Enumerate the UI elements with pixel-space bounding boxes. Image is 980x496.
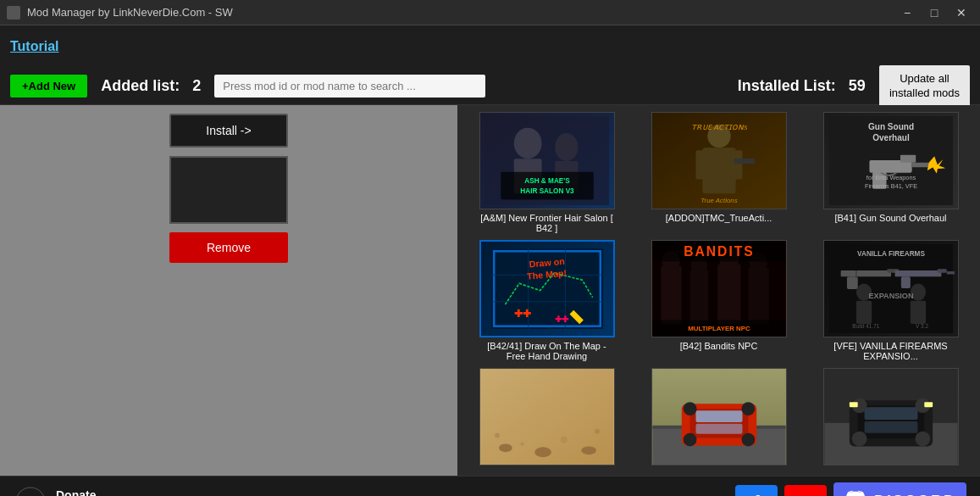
svg-rect-98 bbox=[849, 402, 857, 407]
title-bar-left: Mod Manager by LinkNeverDie.Com - SW bbox=[7, 6, 233, 20]
svg-rect-12 bbox=[730, 150, 742, 179]
svg-rect-20 bbox=[900, 155, 915, 163]
remove-button[interactable]: Remove bbox=[169, 232, 288, 263]
svg-point-84 bbox=[683, 402, 696, 415]
svg-text:for Brita Weapons: for Brita Weapons bbox=[866, 174, 916, 181]
svg-point-96 bbox=[851, 432, 866, 447]
donate-icon: $ bbox=[14, 485, 47, 497]
add-new-button[interactable]: +Add New bbox=[10, 75, 87, 98]
svg-rect-56 bbox=[846, 276, 857, 289]
svg-text:Overhaul: Overhaul bbox=[872, 133, 910, 142]
svg-text:ᴛʀᴜᴇ ᴀᴄᴛɪᴏɴs: ᴛʀᴜᴇ ᴀᴄᴛɪᴏɴs bbox=[690, 121, 747, 131]
svg-text:True Actions: True Actions bbox=[700, 197, 737, 204]
list-item[interactable] bbox=[808, 368, 973, 469]
youtube-button[interactable]: ▶ bbox=[784, 485, 827, 497]
title-bar: Mod Manager by LinkNeverDie.Com - SW − □… bbox=[0, 0, 980, 25]
svg-rect-99 bbox=[924, 402, 933, 407]
facebook-button[interactable]: f bbox=[735, 485, 778, 497]
svg-text:✚✚: ✚✚ bbox=[514, 309, 531, 319]
svg-rect-93 bbox=[864, 421, 917, 433]
svg-rect-53 bbox=[840, 270, 890, 276]
svg-rect-21 bbox=[911, 163, 928, 167]
window-controls: − □ ✕ bbox=[895, 4, 973, 21]
mod-thumbnail: BANDITS MULTIPLAYER NPC bbox=[651, 240, 787, 337]
top-bar: Tutorial bbox=[0, 25, 980, 68]
added-list-label: Added list: 2 bbox=[101, 77, 201, 95]
list-item[interactable] bbox=[464, 368, 629, 469]
discord-button[interactable]: DISCORD bbox=[833, 482, 966, 497]
list-item[interactable]: VANILLA FIREARMS bbox=[808, 240, 973, 361]
donate-text: Donate And Contact bbox=[56, 488, 126, 497]
svg-text:$: $ bbox=[26, 493, 35, 497]
mod-grid: ASH & MAE'S HAIR SALON V3 [A&M] New Fron… bbox=[464, 112, 973, 469]
list-item[interactable]: Draw on The Map! ✚✚ ✚✚ [B42/41] Draw On … bbox=[464, 240, 629, 361]
mod-name: [VFE] VANILLA FIREARMS EXPANSIO... bbox=[823, 341, 959, 361]
svg-rect-39 bbox=[661, 265, 682, 324]
svg-point-70 bbox=[495, 433, 500, 438]
minimize-button[interactable]: − bbox=[895, 4, 919, 21]
svg-text:ASH & MAE'S: ASH & MAE'S bbox=[524, 177, 570, 185]
svg-rect-92 bbox=[864, 407, 917, 420]
app-icon bbox=[7, 6, 20, 20]
left-panel: Install -> Remove bbox=[0, 105, 457, 476]
svg-point-72 bbox=[560, 437, 567, 443]
mod-thumbnail: Gun Sound Overhaul bbox=[823, 112, 959, 209]
close-button[interactable]: ✕ bbox=[950, 4, 973, 21]
mod-thumbnail bbox=[479, 368, 615, 465]
install-button[interactable]: Install -> bbox=[169, 114, 288, 148]
mod-thumbnail bbox=[823, 368, 959, 465]
mod-thumbnail: VANILLA FIREARMS bbox=[823, 240, 959, 337]
svg-text:EXPANSION: EXPANSION bbox=[868, 292, 913, 300]
svg-text:MULTIPLAYER NPC: MULTIPLAYER NPC bbox=[688, 325, 750, 332]
list-item[interactable]: Gun Sound Overhaul bbox=[808, 112, 973, 233]
tutorial-link[interactable]: Tutorial bbox=[10, 39, 58, 54]
svg-point-75 bbox=[534, 447, 551, 457]
selected-item-preview bbox=[169, 156, 288, 224]
svg-text:V 3.2: V 3.2 bbox=[916, 323, 928, 329]
svg-text:✚✚: ✚✚ bbox=[554, 315, 568, 324]
svg-point-87 bbox=[741, 433, 755, 447]
svg-rect-5 bbox=[501, 172, 594, 200]
svg-rect-63 bbox=[855, 301, 871, 324]
mod-list-panel[interactable]: ASH & MAE'S HAIR SALON V3 [A&M] New Fron… bbox=[457, 105, 980, 476]
list-item[interactable]: ASH & MAE'S HAIR SALON V3 [A&M] New Fron… bbox=[464, 112, 629, 233]
list-item[interactable]: BANDITS MULTIPLAYER NPC [B42] Bandits NP… bbox=[636, 240, 801, 361]
svg-point-71 bbox=[520, 442, 523, 445]
svg-text:VANILLA FIREARMS: VANILLA FIREARMS bbox=[857, 250, 925, 258]
update-all-button[interactable]: Update all installed mods bbox=[879, 65, 970, 108]
mod-name: [B42/41] Draw On The Map - Free Hand Dra… bbox=[479, 341, 615, 361]
installed-list-label: Installed List: 59 bbox=[738, 77, 866, 95]
svg-rect-43 bbox=[717, 265, 741, 325]
svg-rect-41 bbox=[689, 270, 708, 324]
svg-text:Gun Sound: Gun Sound bbox=[867, 122, 913, 131]
svg-point-97 bbox=[915, 432, 930, 447]
svg-rect-83 bbox=[695, 424, 742, 434]
search-input[interactable] bbox=[214, 75, 485, 98]
svg-text:HAIR SALON V3: HAIR SALON V3 bbox=[520, 187, 574, 195]
mod-thumbnail bbox=[651, 368, 787, 465]
list-item[interactable]: True Actions ᴛʀᴜᴇ ᴀᴄᴛɪᴏɴs [ADDON]TMC_Tru… bbox=[636, 112, 801, 233]
bottom-bar: $ Donate And Contact f ▶ DISCORD bbox=[0, 476, 980, 496]
app-title: Mod Manager by LinkNeverDie.Com - SW bbox=[27, 6, 233, 19]
svg-point-3 bbox=[555, 133, 578, 161]
svg-point-76 bbox=[581, 446, 596, 454]
svg-rect-11 bbox=[695, 150, 707, 179]
svg-point-73 bbox=[595, 429, 600, 434]
svg-rect-60 bbox=[946, 271, 954, 275]
mod-thumbnail: True Actions ᴛʀᴜᴇ ᴀᴄᴛɪᴏɴs bbox=[651, 112, 787, 209]
maximize-button[interactable]: □ bbox=[922, 4, 946, 21]
svg-rect-45 bbox=[748, 267, 769, 324]
svg-rect-61 bbox=[900, 276, 910, 288]
svg-text:Build 41.71: Build 41.71 bbox=[852, 323, 879, 329]
svg-point-74 bbox=[499, 443, 512, 452]
donate-section[interactable]: $ Donate And Contact bbox=[14, 485, 126, 497]
svg-rect-82 bbox=[695, 410, 742, 422]
mod-name: [ADDON]TMC_TrueActi... bbox=[666, 213, 772, 223]
list-item[interactable] bbox=[636, 368, 801, 469]
svg-text:BANDITS: BANDITS bbox=[684, 244, 755, 259]
svg-rect-65 bbox=[910, 301, 925, 324]
content-area: Install -> Remove bbox=[0, 105, 980, 476]
mod-thumbnail: ASH & MAE'S HAIR SALON V3 bbox=[479, 112, 615, 209]
svg-rect-13 bbox=[734, 159, 755, 164]
mod-thumbnail: Draw on The Map! ✚✚ ✚✚ bbox=[479, 240, 615, 337]
